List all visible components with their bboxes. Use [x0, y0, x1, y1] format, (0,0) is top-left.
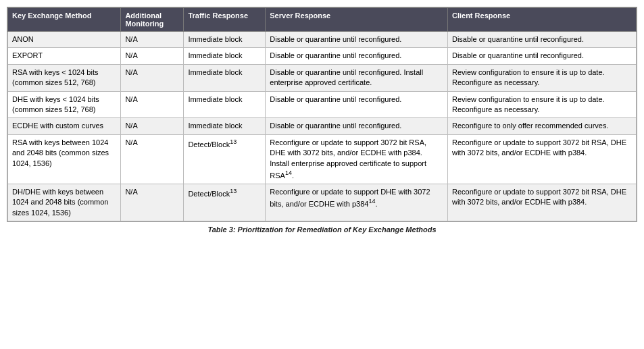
cell-monitoring: N/A [121, 64, 184, 91]
cell-traffic: Detect/Block13 [184, 134, 266, 184]
table-row: EXPORTN/AImmediate blockDisable or quara… [8, 48, 637, 64]
header-key-exchange: Key Exchange Method [8, 8, 121, 32]
header-monitoring: Additional Monitoring [121, 8, 184, 32]
cell-monitoring: N/A [121, 184, 184, 221]
cell-key-exchange: DHE with keys < 1024 bits (common sizes … [8, 91, 121, 118]
cell-server: Disable or quarantine until reconfigured… [266, 91, 448, 118]
table-row: DHE with keys < 1024 bits (common sizes … [8, 91, 637, 118]
cell-server: Reconfigure or update to support 3072 bi… [266, 134, 448, 184]
cell-monitoring: N/A [121, 48, 184, 64]
key-exchange-table: Key Exchange Method Additional Monitorin… [7, 7, 637, 221]
cell-traffic: Immediate block [184, 91, 266, 118]
cell-monitoring: N/A [121, 91, 184, 118]
table-row: RSA with keys between 1024 and 2048 bits… [8, 134, 637, 184]
cell-key-exchange: DH/DHE with keys between 1024 and 2048 b… [8, 184, 121, 221]
cell-server: Disable or quarantine until reconfigured… [266, 64, 448, 91]
cell-key-exchange: ANON [8, 32, 121, 48]
cell-server: Disable or quarantine until reconfigured… [266, 32, 448, 48]
cell-server: Reconfigure or update to support DHE wit… [266, 184, 448, 221]
header-traffic: Traffic Response [184, 8, 266, 32]
cell-monitoring: N/A [121, 118, 184, 134]
cell-client: Reconfigure or update to support 3072 bi… [447, 184, 636, 221]
main-table-wrapper: Key Exchange Method Additional Monitorin… [7, 7, 637, 222]
cell-key-exchange: RSA with keys between 1024 and 2048 bits… [8, 134, 121, 184]
header-server: Server Response [266, 8, 448, 32]
cell-traffic: Detect/Block13 [184, 184, 266, 221]
table-row: RSA with keys < 1024 bits (common sizes … [8, 64, 637, 91]
cell-client: Reconfigure to only offer recommended cu… [447, 118, 636, 134]
cell-traffic: Immediate block [184, 32, 266, 48]
cell-client: Disable or quarantine until reconfigured… [447, 48, 636, 64]
cell-traffic: Immediate block [184, 48, 266, 64]
cell-monitoring: N/A [121, 32, 184, 48]
cell-key-exchange: EXPORT [8, 48, 121, 64]
table-row: ECDHE with custom curvesN/AImmediate blo… [8, 118, 637, 134]
cell-server: Disable or quarantine until reconfigured… [266, 118, 448, 134]
cell-monitoring: N/A [121, 134, 184, 184]
cell-client: Reconfigure or update to support 3072 bi… [447, 134, 636, 184]
table-row: DH/DHE with keys between 1024 and 2048 b… [8, 184, 637, 221]
cell-client: Disable or quarantine until reconfigured… [447, 32, 636, 48]
cell-server: Disable or quarantine until reconfigured… [266, 48, 448, 64]
table-row: ANONN/AImmediate blockDisable or quarant… [8, 32, 637, 48]
cell-traffic: Immediate block [184, 118, 266, 134]
header-client: Client Response [447, 8, 636, 32]
cell-client: Review configuration to ensure it is up … [447, 91, 636, 118]
cell-client: Review configuration to ensure it is up … [447, 64, 636, 91]
cell-traffic: Immediate block [184, 64, 266, 91]
cell-key-exchange: ECDHE with custom curves [8, 118, 121, 134]
table-caption: Table 3: Prioritization for Remediation … [7, 225, 637, 234]
cell-key-exchange: RSA with keys < 1024 bits (common sizes … [8, 64, 121, 91]
